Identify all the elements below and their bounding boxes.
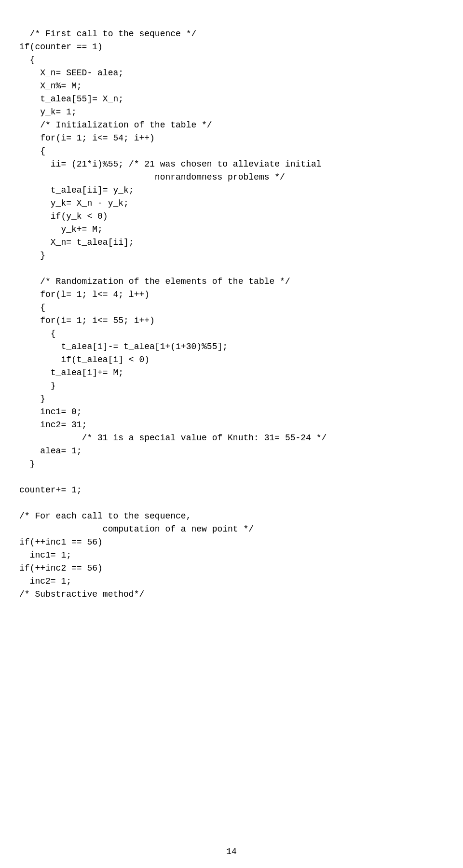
page-number: 14	[226, 845, 237, 858]
code-block: /* First call to the sequence */ if(coun…	[0, 0, 463, 630]
code-text: /* First call to the sequence */ if(coun…	[19, 29, 327, 599]
